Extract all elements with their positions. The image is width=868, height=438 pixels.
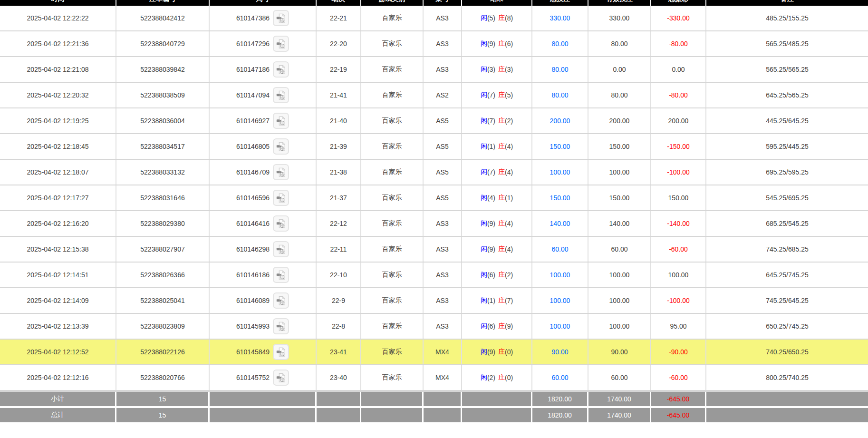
cell-total-bet[interactable]: 100.00: [532, 263, 588, 287]
video-replay-button[interactable]: [273, 190, 289, 206]
player-label: 闲: [481, 322, 487, 331]
cell-payout: 150.00: [651, 185, 706, 210]
cell-bet-id: 522388020766: [116, 365, 210, 390]
column-header: 局号: [210, 0, 317, 6]
cell-total-bet[interactable]: 150.00: [532, 185, 588, 210]
banker-label: 庄: [498, 296, 505, 305]
cell-total-bet[interactable]: 80.00: [532, 57, 588, 82]
cell-result: 闲(5)庄(8): [462, 6, 532, 30]
cell-table-no: AS5: [424, 160, 462, 185]
video-file-icon: [276, 141, 286, 152]
column-header: 总派彩: [651, 0, 706, 6]
cell-total-bet[interactable]: 150.00: [532, 134, 588, 159]
player-label: 闲: [481, 373, 487, 382]
cell-bet-id: 522388022126: [116, 340, 210, 364]
cell-total-bet[interactable]: 100.00: [532, 160, 588, 185]
cell-valid-bet: 140.00: [588, 211, 651, 236]
cell-table-no: AS3: [424, 288, 462, 313]
cell-valid-bet: 100.00: [588, 160, 651, 185]
video-replay-button[interactable]: [273, 267, 289, 283]
cell-table-no: AS5: [424, 134, 462, 159]
cell-round-id: 610146805: [210, 134, 317, 159]
table-row: 2025-04-02 12:22:22 522388042412 6101473…: [0, 6, 868, 31]
player-score: (3): [487, 66, 495, 73]
cell-game-type: 百家乐: [361, 365, 424, 390]
summary-session: [317, 408, 361, 422]
cell-payout: -80.00: [651, 83, 706, 107]
cell-table-no: AS5: [424, 108, 462, 133]
cell-game-type: 百家乐: [361, 108, 424, 133]
video-replay-button[interactable]: [273, 241, 289, 257]
cell-time: 2025-04-02 12:21:36: [0, 31, 116, 56]
cell-session: 21-39: [317, 134, 361, 159]
cell-result: 闲(4)庄(1): [462, 185, 532, 210]
cell-time: 2025-04-02 12:14:51: [0, 263, 116, 287]
cell-total-bet[interactable]: 90.00: [532, 340, 588, 364]
video-replay-button[interactable]: [273, 318, 289, 334]
video-replay-button[interactable]: [273, 164, 289, 180]
video-replay-button[interactable]: [273, 344, 289, 360]
video-replay-button[interactable]: [273, 138, 289, 155]
video-replay-button[interactable]: [273, 61, 289, 78]
cell-total-bet[interactable]: 100.00: [532, 314, 588, 339]
summary-table-no: [424, 408, 462, 422]
cell-payout: -60.00: [651, 365, 706, 390]
cell-valid-bet: 60.00: [588, 237, 651, 262]
summary-remark: [706, 392, 868, 406]
video-replay-button[interactable]: [273, 370, 289, 386]
player-score: (4): [487, 194, 495, 202]
column-header: 游戏类别: [361, 0, 424, 6]
video-replay-button[interactable]: [273, 292, 289, 309]
video-replay-button[interactable]: [273, 10, 289, 26]
cell-time: 2025-04-02 12:15:38: [0, 237, 116, 262]
round-id-text: 610146186: [236, 271, 270, 279]
cell-game-type: 百家乐: [361, 211, 424, 236]
cell-valid-bet: 60.00: [588, 365, 651, 390]
video-file-icon: [276, 64, 286, 75]
cell-total-bet[interactable]: 60.00: [532, 237, 588, 262]
cell-result: 闲(1)庄(4): [462, 134, 532, 159]
video-file-icon: [276, 193, 286, 203]
player-score: (9): [487, 245, 495, 253]
cell-total-bet[interactable]: 200.00: [532, 108, 588, 133]
video-replay-button[interactable]: [273, 87, 289, 103]
cell-payout: -150.00: [651, 134, 706, 159]
banker-score: (0): [505, 374, 513, 381]
table-row: 2025-04-02 12:21:08 522388039842 6101471…: [0, 57, 868, 83]
cell-total-bet[interactable]: 100.00: [532, 288, 588, 313]
video-file-icon: [276, 295, 286, 306]
table-row: 2025-04-02 12:13:39 522388023809 6101459…: [0, 314, 868, 340]
summary-remark: [706, 408, 868, 422]
round-id-text: 610146298: [236, 245, 270, 253]
round-id-text: 610146416: [236, 220, 270, 227]
banker-label: 庄: [498, 245, 505, 253]
cell-total-bet[interactable]: 330.00: [532, 6, 588, 30]
cell-total-bet[interactable]: 140.00: [532, 211, 588, 236]
cell-round-id: 610145849: [210, 340, 317, 364]
cell-time: 2025-04-02 12:12:52: [0, 340, 116, 364]
cell-session: 21-37: [317, 185, 361, 210]
video-replay-button[interactable]: [273, 36, 289, 52]
cell-total-bet[interactable]: 60.00: [532, 365, 588, 390]
banker-score: (8): [505, 14, 513, 22]
cell-game-type: 百家乐: [361, 340, 424, 364]
cell-total-bet[interactable]: 80.00: [532, 83, 588, 107]
video-file-icon: [276, 218, 286, 229]
player-score: (5): [487, 14, 495, 22]
summary-table-no: [424, 392, 462, 406]
round-id-text: 610145993: [236, 322, 270, 330]
column-header: 总投注: [532, 0, 588, 6]
cell-remark: 650.25/745.25: [706, 314, 868, 339]
video-replay-button[interactable]: [273, 113, 289, 129]
cell-bet-id: 522388040729: [116, 31, 210, 56]
player-score: (9): [487, 220, 495, 227]
summary-result: [462, 392, 532, 406]
cell-valid-bet: 100.00: [588, 314, 651, 339]
video-replay-button[interactable]: [273, 215, 289, 232]
cell-remark: 800.25/740.25: [706, 365, 868, 390]
cell-session: 22-10: [317, 263, 361, 287]
cell-round-id: 610147296: [210, 31, 317, 56]
cell-remark: 565.25/485.25: [706, 31, 868, 56]
cell-total-bet[interactable]: 80.00: [532, 31, 588, 56]
video-file-icon: [276, 90, 286, 100]
